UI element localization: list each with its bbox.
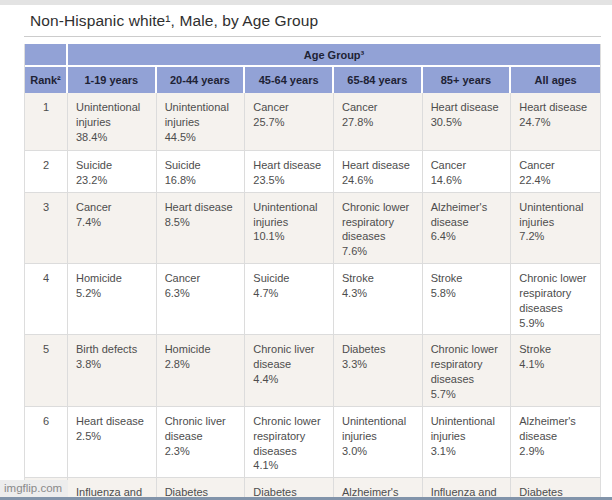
cause-name: Chronic liver disease [165,414,237,444]
cause-name: Chronic lower respiratory diseases [342,200,414,245]
cause-cell: Heart disease2.5% [68,407,157,478]
cause-name: Alzheimer's disease [431,200,503,230]
cause-cell: Chronic lower respiratory diseases5.7% [423,335,512,406]
cause-percent: 2.3% [165,444,237,459]
cause-percent: 3.3% [342,357,414,372]
cause-cell: Heart disease30.5% [423,93,512,151]
cause-name: Alzheimer's disease [519,414,592,444]
cause-cell: Heart disease24.6% [334,151,423,193]
cause-cell: Cancer22.4% [511,151,600,193]
cause-cell: Homicide5.2% [68,264,157,335]
cause-name: Cancer [519,158,592,173]
cause-name: Cancer [76,200,148,215]
age-group-header: Age Group³ [68,44,600,67]
table-body: 1Unintentional injuries38.4%Unintentiona… [25,93,600,500]
table-row: 1Unintentional injuries38.4%Unintentiona… [25,93,600,151]
cause-percent: 5.7% [431,387,503,402]
cause-percent: 2.9% [519,444,592,459]
cause-percent: 27.8% [342,115,414,130]
cause-cell: Cancer14.6% [423,151,512,193]
cause-name: Cancer [342,100,414,115]
cause-cell: Birth defects3.8% [68,335,157,406]
cause-cell: Alzheimer's disease2.9% [511,407,600,478]
cause-cell: Cancer6.3% [157,264,246,335]
cause-percent: 24.6% [342,173,414,188]
cause-percent: 14.6% [431,173,503,188]
table-row: 2Suicide23.2%Suicide16.8%Heart disease23… [25,151,600,193]
cause-percent: 5.9% [519,316,592,331]
cause-cell: Unintentional injuries38.4% [68,93,157,151]
cause-cell: Chronic liver disease4.4% [245,335,334,406]
cause-percent: 6.3% [165,286,237,301]
col-header-rank: Rank² [25,67,68,93]
imgflip-watermark: imgflip.com [0,480,68,497]
cause-name: Birth defects [76,342,148,357]
cause-name: Heart disease [76,414,148,429]
cause-name: Suicide [253,271,325,286]
col-header-45-64-years: 45-64 years [245,67,334,93]
cause-percent: 5.2% [76,286,148,301]
cause-cell: Stroke4.1% [511,335,600,406]
cause-cell: Cancer25.7% [245,93,334,151]
corner-cell [25,44,68,67]
cause-name: Stroke [431,271,503,286]
cause-name: Suicide [165,158,237,173]
table-row: 6Heart disease2.5%Chronic liver disease2… [25,407,600,478]
cause-name: Cancer [165,271,237,286]
cause-percent: 4.1% [253,458,325,473]
cause-cell: Unintentional injuries10.1% [245,193,334,264]
cause-name: Unintentional injuries [431,414,503,444]
cause-percent: 44.5% [165,130,237,145]
cause-cell: Chronic liver disease2.3% [157,407,246,478]
cause-cell: Alzheimer's disease6.4% [423,193,512,264]
cause-cell: Heart disease23.5% [245,151,334,193]
cause-name: Homicide [165,342,237,357]
rank-cell: 5 [25,335,68,406]
cause-name: Heart disease [253,158,325,173]
cause-name: Unintentional injuries [253,200,325,230]
cause-name: Diabetes [342,342,414,357]
cause-name: Chronic lower respiratory diseases [253,414,325,459]
rank-cell: 6 [25,407,68,478]
cause-name: Heart disease [519,100,592,115]
col-header-1-19-years: 1-19 years [68,67,157,93]
col-header-65-84-years: 65-84 years [334,67,423,93]
rank-cell: 3 [25,193,68,264]
cause-name: Chronic lower respiratory diseases [519,271,592,316]
col-header-all-ages: All ages [511,67,600,93]
cause-name: Heart disease [165,200,237,215]
cause-cell: Cancer7.4% [68,193,157,264]
cause-name: Stroke [342,271,414,286]
group-header-row: Age Group³ [25,44,600,67]
cause-percent: 7.4% [76,215,148,230]
cause-percent: 3.0% [342,444,414,459]
cause-cell: Suicide16.8% [157,151,246,193]
cause-percent: 4.3% [342,286,414,301]
cause-percent: 7.2% [519,229,592,244]
cause-percent: 8.5% [165,215,237,230]
cause-cell: Chronic lower respiratory diseases5.9% [511,264,600,335]
table-row: 4Homicide5.2%Cancer6.3%Suicide4.7%Stroke… [25,264,600,335]
cause-percent: 23.5% [253,173,325,188]
rank-cell: 1 [25,93,68,151]
cause-percent: 4.4% [253,372,325,387]
page-content: Non-Hispanic white¹, Male, by Age Group … [0,12,612,500]
cause-cell: Chronic lower respiratory diseases7.6% [334,193,423,264]
cause-cell: Heart disease8.5% [157,193,246,264]
cause-percent: 22.4% [519,173,592,188]
cause-percent: 2.5% [76,429,148,444]
cause-percent: 30.5% [431,115,503,130]
cause-name: Heart disease [342,158,414,173]
cause-percent: 7.6% [342,244,414,259]
rank-cell: 4 [25,264,68,335]
rank-cell: 2 [25,151,68,193]
cause-cell: Chronic lower respiratory diseases4.1% [245,407,334,478]
cause-percent: 38.4% [76,130,148,145]
cause-percent: 4.7% [253,286,325,301]
cause-percent: 3.8% [76,357,148,372]
causes-table: Age Group³ Rank² 1-19 years 20-44 years … [25,44,600,500]
cause-cell: Homicide2.8% [157,335,246,406]
cause-percent: 2.8% [165,357,237,372]
cause-percent: 5.8% [431,286,503,301]
cause-percent: 25.7% [253,115,325,130]
